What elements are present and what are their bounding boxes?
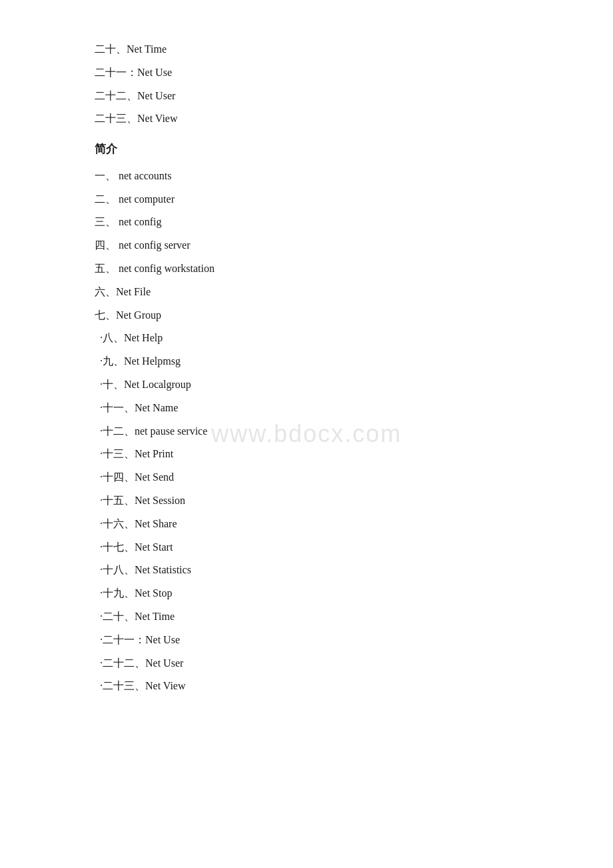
list-item-item-5: 五、 net config workstation <box>95 259 518 279</box>
top-item-top-20: 二十、Net Time <box>95 40 518 59</box>
list-item-item-3: 三、 net config <box>95 213 518 232</box>
top-item-top-22: 二十二、Net User <box>95 87 518 106</box>
list-item-item-6: 六、Net File <box>95 283 518 302</box>
list-items-container: 一、 net accounts二、 net computer三、 net con… <box>95 167 518 696</box>
list-item-item-21: ·二十一：Net Use <box>95 631 518 650</box>
list-item-item-8: ·八、Net Help <box>95 329 518 348</box>
list-item-item-13: ·十三、Net Print <box>95 445 518 464</box>
list-item-item-16: ·十六、Net Share <box>95 515 518 534</box>
list-item-item-11: ·十一、Net Name <box>95 399 518 418</box>
list-item-item-4: 四、 net config server <box>95 236 518 255</box>
list-item-item-7: 七、Net Group <box>95 306 518 325</box>
list-item-item-2: 二、 net computer <box>95 190 518 209</box>
list-item-item-23: ·二十三、Net View <box>95 677 518 696</box>
main-content: 二十、Net Time二十一：Net Use二十二、Net User二十三、Ne… <box>0 0 613 740</box>
list-item-item-22: ·二十二、Net User <box>95 654 518 673</box>
top-item-top-23: 二十三、Net View <box>95 109 518 129</box>
list-item-item-9: ·九、Net Helpmsg <box>95 352 518 371</box>
list-item-item-19: ·十九、Net Stop <box>95 584 518 603</box>
intro-header: 简介 <box>95 139 518 160</box>
list-item-item-18: ·十八、Net Statistics <box>95 561 518 580</box>
top-items-list: 二十、Net Time二十一：Net Use二十二、Net User二十三、Ne… <box>95 40 518 129</box>
list-item-item-15: ·十五、Net Session <box>95 491 518 511</box>
list-item-item-10: ·十、Net Localgroup <box>95 375 518 395</box>
list-item-item-12: ·十二、net pause service <box>95 422 518 441</box>
list-item-item-14: ·十四、Net Send <box>95 468 518 487</box>
list-item-item-17: ·十七、Net Start <box>95 538 518 557</box>
list-item-item-1: 一、 net accounts <box>95 167 518 186</box>
top-item-top-21: 二十一：Net Use <box>95 63 518 83</box>
list-item-item-20: ·二十、Net Time <box>95 607 518 627</box>
